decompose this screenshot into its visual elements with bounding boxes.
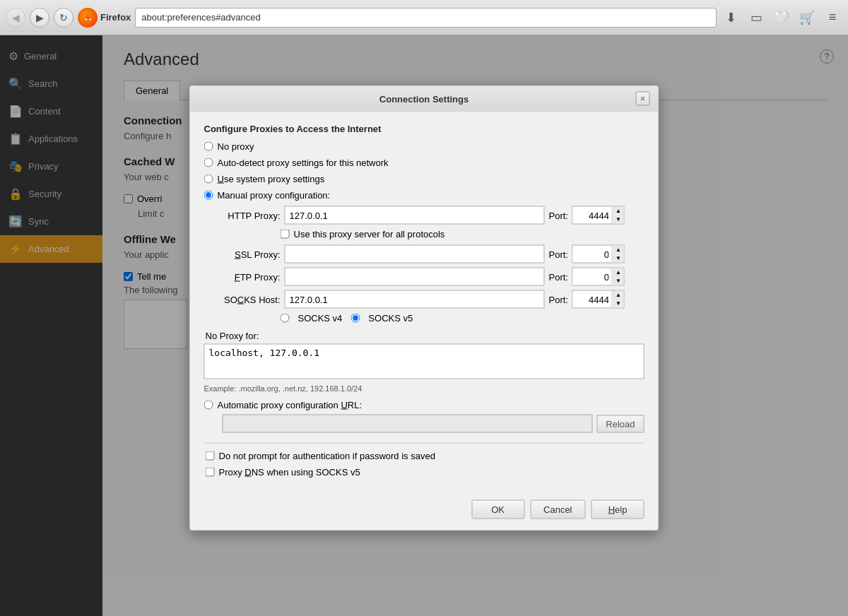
socks-host-row: SOCKS Host: Port: ▲ ▼ [204,290,644,309]
http-proxy-input[interactable] [285,206,545,225]
http-port-label: Port: [549,210,568,220]
auto-detect-label: Auto-detect proxy settings for this netw… [218,158,389,168]
ssl-proxy-input[interactable] [285,245,545,263]
connection-settings-dialog: Connection Settings × Configure Proxies … [189,85,659,531]
ok-button[interactable]: OK [471,500,524,519]
windows-icon[interactable]: ▭ [746,8,766,28]
browser-toolbar: ◀ ▶ ↻ 🦊 Firefox about:preferences#advanc… [0,0,848,35]
socks-port-down[interactable]: ▼ [613,300,624,308]
ssl-proxy-label: SSL Proxy: [218,249,281,259]
menu-icon[interactable]: ≡ [823,8,842,28]
auto-proxy-radio[interactable] [204,401,213,410]
use-all-checkbox[interactable] [281,230,290,239]
dialog-header: Connection Settings × [190,86,659,112]
reload-button[interactable]: Reload [596,415,644,432]
ftp-proxy-row: FTP Proxy: Port: ▲ ▼ [204,268,644,286]
manual-proxy-radio[interactable] [204,191,213,200]
ftp-port-down[interactable]: ▼ [613,277,624,285]
no-proxy-textarea[interactable]: localhost, 127.0.0.1 [204,344,644,379]
socks-v4-radio[interactable] [281,314,290,323]
url-text: about:preferences#advanced [141,12,260,23]
pocket-icon[interactable]: 🤍 [772,8,791,28]
ftp-port-label: Port: [549,271,568,282]
forward-button[interactable]: ▶ [30,8,49,28]
ssl-proxy-row: SSL Proxy: Port: ▲ ▼ [204,245,644,263]
no-proxy-label: No proxy [218,141,254,152]
auto-proxy-label: Automatic proxy configuration URL: [218,400,363,410]
back-button[interactable]: ◀ [6,8,25,28]
ftp-port-wrap: ▲ ▼ [572,268,625,286]
auto-detect-row: Auto-detect proxy settings for this netw… [204,158,644,168]
socks-port-wrap: ▲ ▼ [572,290,625,309]
no-proxy-radio[interactable] [204,142,213,151]
use-all-row: Use this proxy server for all protocols [204,229,644,239]
http-port-down[interactable]: ▼ [613,215,624,224]
reload-label: Reload [606,418,635,429]
system-proxy-row: Use system proxy settings [204,174,644,184]
auth-checkbox-row: Do not prompt for authentication if pass… [204,451,644,461]
ftp-proxy-label: FTP Proxy: [218,271,281,282]
auto-detect-radio[interactable] [204,158,213,167]
proxy-section-title: Configure Proxies to Access the Internet [204,124,644,134]
manual-proxy-label: Manual proxy configuration: [218,190,331,201]
socks-version-row: SOCKS v4 SOCKS v5 [204,313,644,324]
address-bar[interactable]: about:preferences#advanced [135,8,717,28]
socks-port-up[interactable]: ▲ [613,291,624,300]
ftp-port-spinners: ▲ ▼ [612,268,624,285]
system-proxy-label: Use system proxy settings [218,174,325,184]
dialog-close-button[interactable]: × [636,92,650,106]
ftp-proxy-input[interactable] [285,268,545,286]
http-port-up[interactable]: ▲ [613,207,624,215]
example-text: Example: .mozilla.org, .net.nz, 192.168.… [204,384,644,393]
cart-icon[interactable]: 🛒 [797,8,817,28]
http-port-spinners: ▲ ▼ [612,207,624,224]
reload-icon: ↻ [59,12,68,23]
firefox-label: Firefox [100,12,131,23]
ssl-port-up[interactable]: ▲ [613,246,624,254]
manual-proxy-row: Manual proxy configuration: [204,190,644,201]
ssl-port-wrap: ▲ ▼ [572,245,625,263]
cancel-button[interactable]: Cancel [530,500,585,519]
system-proxy-radio[interactable] [204,174,213,184]
help-label: Help [608,504,628,515]
auto-url-input[interactable] [223,415,593,433]
dns-checkbox-label: Proxy DNS when using SOCKS v5 [219,467,360,478]
socks-port-label: Port: [549,294,568,304]
firefox-logo: 🦊 [78,8,98,28]
ssl-port-label: Port: [549,249,568,259]
dialog-title: Connection Settings [213,93,636,104]
socks-host-label: SOCKS Host: [218,294,281,304]
http-proxy-label: HTTP Proxy: [218,210,281,220]
ssl-port-input[interactable] [573,247,612,261]
ftp-port-up[interactable]: ▲ [613,268,624,277]
socks-v5-label: SOCKS v5 [368,313,413,324]
forward-icon: ▶ [36,12,44,23]
no-proxy-for-section: No Proxy for: localhost, 127.0.0.1 Examp… [204,331,644,393]
auto-proxy-row: Automatic proxy configuration URL: [204,400,644,410]
toolbar-icons: ⬇ ▭ 🤍 🛒 ≡ [721,8,842,28]
close-icon: × [640,94,645,104]
ftp-port-input[interactable] [573,269,612,284]
auto-url-row: Reload [204,415,644,433]
http-port-wrap: ▲ ▼ [572,206,625,225]
no-proxy-row: No proxy [204,141,644,152]
auth-checkbox[interactable] [206,451,215,461]
no-proxy-for-label: No Proxy for: [204,331,644,341]
back-icon: ◀ [12,12,20,23]
socks-port-input[interactable] [573,292,612,307]
cancel-label: Cancel [543,504,572,515]
socks-host-input[interactable] [285,290,545,309]
help-button[interactable]: Help [591,500,644,519]
ok-label: OK [491,504,505,515]
socks-v5-radio[interactable] [351,314,360,323]
http-proxy-row: HTTP Proxy: Port: ▲ ▼ [204,206,644,225]
socks-v4-label: SOCKS v4 [298,313,343,324]
dns-checkbox-row: Proxy DNS when using SOCKS v5 [204,467,644,478]
dns-checkbox[interactable] [206,468,215,477]
dialog-divider [204,443,644,444]
download-icon[interactable]: ⬇ [721,8,741,28]
dialog-footer: OK Cancel Help [190,494,659,519]
http-port-input[interactable] [573,208,612,223]
ssl-port-down[interactable]: ▼ [613,254,624,263]
reload-button[interactable]: ↻ [54,8,73,28]
